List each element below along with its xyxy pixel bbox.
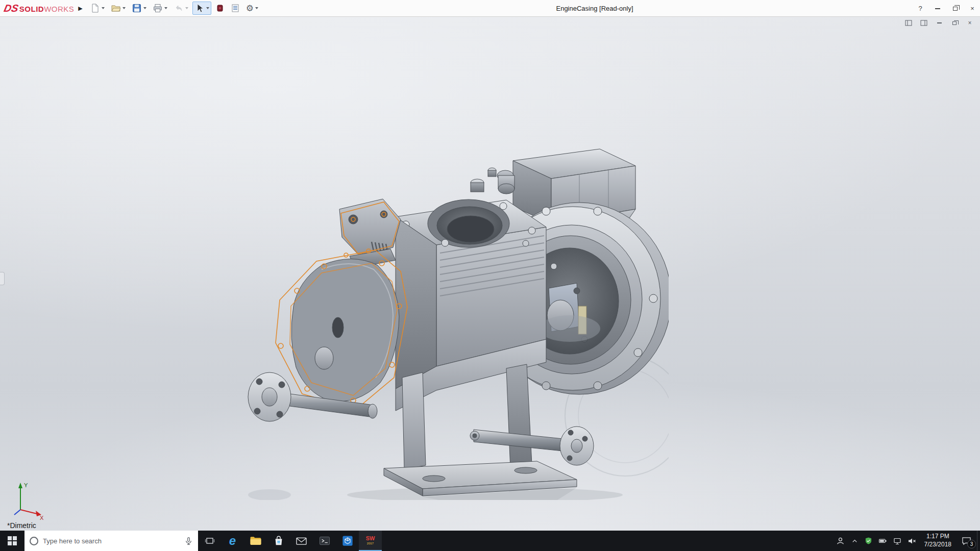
save-floppy-icon [132, 3, 142, 13]
save-button[interactable] [130, 2, 149, 15]
pane-left-button[interactable] [904, 19, 913, 27]
z-axis-arrow [14, 510, 20, 515]
open-folder-icon [111, 3, 121, 13]
command-prompt-icon [319, 536, 330, 545]
taskbar-clock[interactable]: 1:17 PM 7/23/2018 [920, 531, 955, 551]
pane-right-button[interactable] [920, 19, 928, 27]
taskbar-app-edge[interactable]: e [221, 531, 244, 551]
maximize-restore-button[interactable] [950, 3, 960, 15]
solidworks-logo: DS SOLIDWORKS [4, 3, 74, 14]
doc-restore-button[interactable] [950, 19, 959, 27]
action-center-button[interactable]: 3 [955, 531, 977, 551]
microphone-icon[interactable] [184, 537, 193, 545]
store-bag-icon [273, 535, 284, 546]
defender-button[interactable] [865, 537, 872, 545]
pane-right-icon [920, 20, 927, 26]
taskbar-search[interactable] [24, 531, 198, 551]
start-button[interactable] [0, 531, 24, 551]
file-properties-icon [231, 4, 240, 13]
file-properties-button[interactable] [229, 2, 242, 15]
task-view-icon [205, 536, 215, 545]
standard-toolbar: ⚙ [88, 2, 260, 15]
close-button[interactable]: × [968, 3, 977, 15]
taskbar-app-file-explorer[interactable] [244, 531, 267, 551]
taskbar-app-command-prompt[interactable] [313, 531, 336, 551]
ds-logo-icon: DS [3, 3, 20, 14]
printer-icon [153, 3, 163, 13]
dropdown-caret-icon[interactable] [164, 7, 167, 9]
doc-restore-icon [952, 21, 957, 25]
app-title-bar: DS SOLIDWORKS ▶ [0, 0, 980, 17]
undo-button[interactable] [172, 2, 190, 15]
doc-minimize-icon [937, 22, 942, 23]
battery-icon [878, 537, 887, 544]
menu-expand-arrow[interactable]: ▶ [78, 5, 82, 12]
x-axis-label: X [40, 515, 44, 521]
options-gear-icon: ⚙ [246, 4, 254, 13]
rebuild-button[interactable] [213, 2, 227, 15]
new-document-button[interactable] [88, 2, 107, 15]
hidden-icons-button[interactable] [851, 537, 859, 545]
battery-button[interactable] [878, 537, 887, 544]
minimize-icon [935, 8, 940, 9]
taskbar-app-mail[interactable] [290, 531, 313, 551]
y-axis-arrow [18, 483, 22, 488]
dropdown-caret-icon[interactable] [102, 7, 105, 9]
feature-manager-collapsed-tab[interactable] [0, 272, 5, 285]
show-desktop-button[interactable] [977, 531, 980, 551]
dropdown-caret-icon[interactable] [122, 7, 126, 9]
taskbar-app-store[interactable] [267, 531, 290, 551]
help-button[interactable]: ? [916, 3, 925, 15]
taskbar-app-solidworks[interactable]: SW 2017 [359, 531, 382, 551]
side-cover-part[interactable] [291, 199, 401, 402]
solidworks-taskbar-icon: SW [366, 536, 375, 541]
windows-logo-icon [8, 536, 17, 545]
brand-solid-text: SOLID [19, 5, 44, 13]
mail-envelope-icon [296, 536, 307, 546]
volume-button[interactable] [908, 537, 916, 545]
options-button[interactable]: ⚙ [244, 2, 260, 15]
taskbar-app-edrawings[interactable] [336, 531, 359, 551]
people-icon [836, 537, 845, 545]
new-document-icon [90, 3, 100, 13]
dropdown-caret-icon[interactable] [206, 7, 209, 9]
solidworks-year-label: 2017 [367, 542, 374, 545]
clock-time: 1:17 PM [926, 533, 949, 541]
dropdown-caret-icon[interactable] [185, 7, 188, 9]
edge-icon: e [229, 535, 236, 547]
rebuild-icon [215, 4, 225, 13]
dropdown-caret-icon[interactable] [255, 7, 258, 9]
view-orientation-label: *Dimetric [7, 521, 36, 530]
graphics-area[interactable]: × [0, 17, 980, 531]
reference-triad: Y X [10, 480, 46, 521]
edrawings-cube-icon [342, 535, 353, 546]
open-document-button[interactable] [109, 2, 128, 15]
document-title: EngineCasing [Read-only] [556, 0, 633, 17]
volume-icon [908, 537, 916, 545]
select-cursor-icon [194, 3, 205, 13]
minimize-button[interactable] [933, 3, 942, 15]
notification-badge: 3 [967, 540, 976, 548]
file-explorer-icon [250, 536, 262, 546]
cortana-icon [30, 537, 38, 545]
chevron-up-icon [851, 537, 859, 545]
system-tray [832, 531, 920, 551]
people-button[interactable] [836, 537, 845, 545]
document-window-controls: × [904, 19, 974, 27]
pane-left-icon [905, 20, 912, 26]
task-view-button[interactable] [198, 531, 221, 551]
restore-icon [953, 7, 958, 11]
network-button[interactable] [893, 537, 901, 545]
print-button[interactable] [151, 2, 169, 15]
brand-works-text: WORKS [44, 5, 74, 13]
select-tool-button[interactable] [192, 2, 211, 15]
undo-arrow-icon [174, 3, 184, 13]
engine-casing-model[interactable] [219, 138, 669, 500]
search-input[interactable] [43, 537, 180, 545]
doc-close-button[interactable]: × [966, 19, 974, 27]
doc-minimize-button[interactable] [935, 19, 943, 27]
y-axis-label: Y [24, 482, 28, 488]
dropdown-caret-icon[interactable] [143, 7, 146, 9]
window-controls: ? × [916, 0, 977, 17]
clock-date: 7/23/2018 [924, 541, 951, 549]
